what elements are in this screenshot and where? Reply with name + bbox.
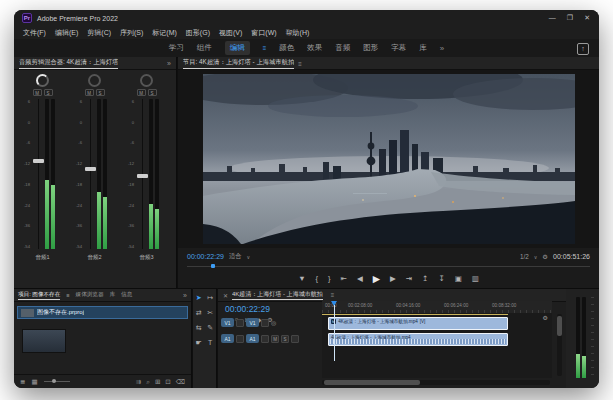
- menu-edit[interactable]: 编辑(E): [55, 28, 78, 38]
- find-icon[interactable]: ⌕: [146, 378, 150, 386]
- audio-mixer-tab[interactable]: 音频剪辑混合器: 4K超清：上海灯塔: [19, 58, 118, 69]
- comparison-view-button[interactable]: ▥: [472, 274, 479, 283]
- libraries-tab[interactable]: 库: [110, 291, 116, 299]
- program-monitor-tab[interactable]: 节目: 4K超清：上海灯塔 - 上海城市航拍: [183, 58, 294, 69]
- quick-export-icon[interactable]: ↑: [577, 43, 589, 55]
- panel-menu-icon[interactable]: ≡: [298, 60, 302, 67]
- workspace-tab-graphics[interactable]: 图形: [363, 43, 378, 53]
- menu-graphics[interactable]: 图形(G): [186, 28, 210, 38]
- workspace-tab-libraries[interactable]: 库: [419, 43, 427, 53]
- gear-icon[interactable]: ⚙: [543, 314, 548, 321]
- sync-lock-icon[interactable]: [261, 335, 269, 343]
- pan-knob[interactable]: [140, 74, 153, 87]
- pen-tool[interactable]: ✎: [207, 324, 213, 332]
- source-v1-badge[interactable]: V1: [221, 318, 234, 327]
- clip-thumbnail[interactable]: [22, 329, 66, 353]
- close-sequence-icon[interactable]: ✕: [223, 292, 228, 299]
- menu-markers[interactable]: 标记(M): [152, 28, 177, 38]
- panel-menu-icon[interactable]: ≡: [66, 292, 69, 298]
- panel-overflow-icon[interactable]: »: [183, 292, 187, 299]
- solo-button[interactable]: S: [148, 89, 157, 96]
- menu-clip[interactable]: 剪辑(C): [87, 28, 111, 38]
- workspace-tab-audio[interactable]: 音频: [335, 43, 350, 53]
- menu-view[interactable]: 视图(V): [219, 28, 242, 38]
- new-bin-icon[interactable]: ⊞: [155, 378, 160, 386]
- panel-overflow-icon[interactable]: »: [167, 60, 171, 67]
- horizontal-scrollbar[interactable]: [322, 380, 550, 385]
- workspace-menu-icon[interactable]: ≡: [263, 45, 267, 51]
- scrub-playhead[interactable]: [211, 264, 215, 268]
- workspace-tab-effects[interactable]: 效果: [307, 43, 322, 53]
- selection-tool[interactable]: ➤: [196, 294, 202, 302]
- extract-button[interactable]: ↧: [438, 274, 444, 283]
- step-back-button[interactable]: ◀: [357, 274, 363, 283]
- workspace-tab-color[interactable]: 颜色: [279, 43, 294, 53]
- source-a1-badge[interactable]: A1: [221, 334, 234, 343]
- target-v1-badge[interactable]: V1: [246, 318, 259, 327]
- menu-file[interactable]: 文件(F): [23, 28, 46, 38]
- sequence-tab[interactable]: 4K超清：上海灯塔 - 上海城市航拍: [232, 290, 323, 300]
- voiceover-record-microphone-icon[interactable]: [291, 335, 299, 343]
- menu-window[interactable]: 窗口(W): [251, 28, 276, 38]
- workspace-tab-editing[interactable]: 编辑: [225, 41, 250, 55]
- list-view-icon[interactable]: ≣: [20, 378, 25, 386]
- lock-icon[interactable]: [236, 319, 244, 327]
- volume-fader[interactable]: [84, 99, 97, 249]
- pan-knob[interactable]: [88, 74, 101, 87]
- go-to-in-button[interactable]: ⇤: [341, 274, 347, 283]
- program-video-frame[interactable]: [203, 74, 575, 244]
- timeline-current-timecode[interactable]: 00:00:22:29: [225, 304, 270, 314]
- track-select-tool[interactable]: ↦: [207, 294, 213, 302]
- menu-sequence[interactable]: 序列(S): [120, 28, 143, 38]
- play-button[interactable]: ▶: [373, 273, 380, 284]
- solo-button[interactable]: S: [96, 89, 105, 96]
- playback-resolution-select[interactable]: 1/2: [520, 253, 529, 260]
- automate-to-sequence-icon[interactable]: ⇉: [136, 378, 141, 386]
- hand-tool[interactable]: ☛: [196, 339, 202, 347]
- volume-fader[interactable]: [32, 99, 45, 249]
- mute-button[interactable]: M: [137, 89, 146, 96]
- icon-view-icon[interactable]: ▦: [31, 378, 37, 386]
- project-item-row[interactable]: 图像不存在.prproj: [17, 306, 188, 319]
- thumbnail-zoom-slider[interactable]: [44, 381, 70, 382]
- settings-wrench-icon[interactable]: ⚙: [542, 253, 548, 260]
- workspace-overflow-icon[interactable]: »: [440, 44, 444, 53]
- toggle-track-output-icon[interactable]: ◎: [271, 319, 276, 326]
- lift-button[interactable]: ↥: [422, 274, 428, 283]
- mute-track-button[interactable]: M: [271, 335, 279, 343]
- minimize-button[interactable]: —: [549, 14, 556, 22]
- workspace-tab-captions[interactable]: 字幕: [391, 43, 406, 53]
- info-tab[interactable]: 信息: [121, 291, 132, 299]
- solo-track-button[interactable]: S: [281, 335, 289, 343]
- export-frame-button[interactable]: ▣: [455, 274, 462, 283]
- step-forward-button[interactable]: ▶: [390, 274, 396, 283]
- mute-button[interactable]: M: [85, 89, 94, 96]
- workspace-tab-learning[interactable]: 学习: [169, 43, 184, 53]
- audio-clip[interactable]: 4K超清：上海灯塔 - 上海城市航拍.mp4: [328, 333, 508, 346]
- slip-tool[interactable]: ⇆: [196, 324, 202, 332]
- solo-button[interactable]: S: [44, 89, 53, 96]
- program-scrub-bar[interactable]: [187, 264, 590, 268]
- maximize-button[interactable]: ❐: [567, 14, 573, 22]
- mark-in-button[interactable]: {: [316, 274, 319, 283]
- workspace-tab-assembly[interactable]: 组件: [197, 43, 212, 53]
- new-item-icon[interactable]: ⊡: [165, 378, 170, 386]
- menu-help[interactable]: 帮助(H): [286, 28, 310, 38]
- panel-menu-icon[interactable]: ≡: [331, 292, 335, 298]
- go-to-out-button[interactable]: ⇥: [406, 274, 412, 283]
- media-browser-tab[interactable]: 媒体浏览器: [76, 291, 104, 299]
- video-clip[interactable]: fx 4K超清：上海灯塔 - 上海城市航拍.mp4 [V]: [328, 317, 508, 330]
- razor-tool[interactable]: ✂: [207, 309, 213, 317]
- program-current-timecode[interactable]: 00:00:22:29: [187, 253, 224, 260]
- mute-button[interactable]: M: [33, 89, 42, 96]
- sync-lock-icon[interactable]: [261, 319, 269, 327]
- add-marker-button[interactable]: ▼: [298, 274, 305, 283]
- target-a1-badge[interactable]: A1: [246, 334, 259, 343]
- vertical-scrollbar[interactable]: [557, 314, 562, 376]
- project-tab[interactable]: 项目: 图像不存在: [18, 291, 60, 300]
- mark-out-button[interactable]: }: [328, 274, 331, 283]
- pan-knob[interactable]: [36, 74, 49, 87]
- type-tool[interactable]: T: [208, 339, 212, 347]
- volume-fader[interactable]: [136, 99, 149, 249]
- close-button[interactable]: ✕: [584, 14, 590, 22]
